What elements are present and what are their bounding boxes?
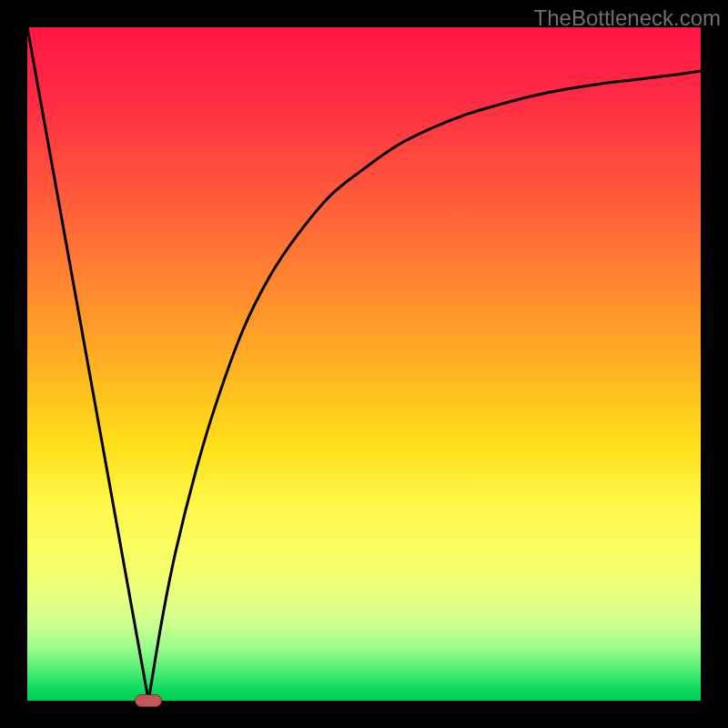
attribution-text: TheBottleneck.com xyxy=(534,5,721,31)
plot-area xyxy=(27,27,701,701)
curve-path xyxy=(27,27,701,701)
optimal-marker xyxy=(135,694,162,707)
chart-frame: TheBottleneck.com xyxy=(0,0,728,728)
bottleneck-curve xyxy=(27,27,701,701)
